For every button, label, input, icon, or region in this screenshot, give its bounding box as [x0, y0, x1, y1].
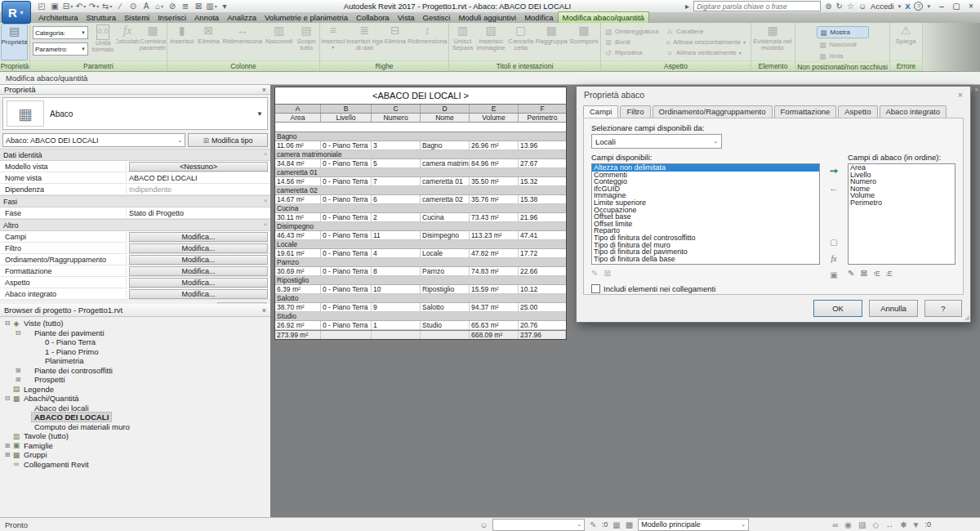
cell-perimetro[interactable]: 25.00 [519, 303, 566, 311]
ribbon-tab[interactable]: Architettura [34, 12, 82, 23]
cell-livello[interactable]: 0 - Piano Terra [321, 249, 372, 257]
ribbon-tab[interactable]: Collabora [352, 12, 394, 23]
tree-item-label[interactable]: Collegamenti Revit [21, 460, 91, 469]
dialog-tab[interactable]: Aspetto [838, 105, 877, 118]
tree-item[interactable]: ▤ Legende [0, 385, 270, 395]
instance-selector[interactable]: Abaco: ABACO DEI LOCALI ⌄ [2, 133, 185, 147]
explain-error-button[interactable]: ⚠Spiega [891, 24, 920, 60]
cell-volume[interactable]: 35.76 m² [470, 195, 519, 203]
align-horizontal-button[interactable]: ≡Allinea orizzontalmente▾ [663, 37, 748, 47]
cell-volume[interactable]: 84.96 m² [470, 159, 519, 167]
ribbon-tab[interactable]: Vista [394, 12, 419, 23]
tree-item-label[interactable]: Famiglie [21, 441, 56, 450]
measure-icon[interactable]: ⇆▾ [101, 1, 113, 11]
property-value[interactable]: Modifica... [129, 278, 268, 288]
select-underlay-icon[interactable]: ▨ [858, 520, 866, 529]
show-button[interactable]: ▦Mostra [817, 26, 869, 38]
tree-item-label[interactable]: Abachi/Quantità [21, 394, 82, 403]
cell-numero[interactable]: 1 [372, 321, 421, 329]
tree-item[interactable]: ⊟ ▦ Abachi/Quantità [0, 394, 270, 404]
tree-item[interactable]: Abaco dei locali [0, 404, 270, 413]
property-value[interactable]: Modifica... [129, 289, 268, 299]
tree-item-label[interactable]: Prospetti [32, 375, 68, 384]
isolate-button[interactable]: ▦Isola [817, 51, 869, 61]
tree-expander-icon[interactable]: ⊟ [14, 329, 22, 337]
dialog-tab[interactable]: Filtro [620, 105, 650, 118]
tree-item[interactable]: Planimetria [0, 356, 270, 366]
cell-area[interactable]: 19.61 m² [275, 249, 321, 257]
scheduled-fields-list[interactable]: AreaLivelloNumeroNomeVolumePerimetro [848, 163, 956, 265]
tree-item[interactable]: ⊞ Piante dei controsoffitti [0, 366, 270, 376]
tree-item[interactable]: ⊟ ◈ Viste (tutto) [0, 319, 270, 328]
schedule-group-row[interactable]: Parnzo [275, 258, 566, 267]
unhide-all-button[interactable]: ▤Scopri tutto [294, 24, 318, 60]
cell-perimetro[interactable]: 47.41 [519, 231, 566, 239]
ribbon-tab[interactable]: Sistemi [120, 12, 154, 23]
cell-volume[interactable]: 35.50 m² [470, 177, 519, 185]
move-up-icon[interactable]: ↑E [873, 270, 880, 278]
property-group-header[interactable]: Altro^ [0, 219, 270, 231]
column-letter[interactable]: E [470, 105, 519, 113]
tree-item-label[interactable]: Legende [21, 385, 56, 394]
cell-numero[interactable]: 10 [372, 285, 421, 293]
cell-nome[interactable]: Salotto [421, 303, 470, 311]
delete-column-button[interactable]: ⊠Elimina [197, 24, 221, 60]
cell-perimetro[interactable]: 15.32 [519, 177, 566, 185]
drag-on-selection-icon[interactable]: ↔ [885, 520, 893, 529]
cell-livello[interactable]: 0 - Piano Terra [321, 177, 372, 185]
ribbon-tab[interactable]: Gestisci [419, 12, 455, 23]
communication-center-icon[interactable]: ↻ [836, 2, 843, 11]
aligned-dimension-icon[interactable]: ∕▾ [114, 1, 126, 11]
search-icon[interactable]: ⊚ [825, 2, 831, 11]
properties-button[interactable]: ▤Proprietà [1, 24, 28, 60]
remove-field-icon[interactable]: ← [829, 183, 839, 193]
cell-area[interactable]: 11.06 m² [275, 141, 321, 149]
cell-nome[interactable]: Disimpegno [421, 231, 470, 239]
categoria-select[interactable]: Categoria:▼ [33, 26, 88, 39]
available-fields-list[interactable]: Altezza non delimitataCommentiConteggioI… [591, 163, 820, 265]
calculated-value-icon[interactable]: fx [831, 254, 836, 263]
cell-volume[interactable]: 94.37 m² [470, 303, 519, 311]
cell-perimetro[interactable]: 20.76 [519, 321, 566, 329]
switch-windows-icon[interactable]: ▥▾ [206, 1, 217, 11]
redo-icon[interactable]: ↷▾ [88, 1, 100, 11]
column-header[interactable]: Volume [470, 114, 519, 122]
close-icon[interactable]: × [262, 306, 266, 315]
cell-numero[interactable]: 5 [372, 159, 421, 167]
cell-nome[interactable]: cameretta 02 [421, 195, 470, 203]
type-selector[interactable]: ▦ Abaco ▼ [2, 97, 268, 130]
schedule-group-row[interactable]: cameretta 02 [275, 186, 566, 195]
dialog-tab[interactable]: Abaco integrato [880, 105, 947, 118]
property-value[interactable]: ABACO DEI LOCALI [127, 174, 270, 182]
dialog-help-button[interactable]: ? [924, 300, 962, 317]
cell-nome[interactable]: Studio [421, 321, 470, 329]
reveal-constraints-icon[interactable]: ▩ [626, 520, 633, 529]
property-value[interactable]: Stato di Progetto [127, 209, 270, 217]
tree-item-label[interactable]: ABACO DEI LOCALI [32, 413, 111, 422]
property-value[interactable]: Modifica... [129, 266, 268, 276]
available-field-item[interactable]: Tipo di finitura della base [592, 256, 819, 263]
select-pinned-icon[interactable]: ◉ [844, 520, 852, 529]
ribbon-tab[interactable]: Struttura [82, 12, 120, 23]
tree-item[interactable]: ▥ Tavole (tutto) [0, 431, 270, 441]
tree-expander-icon[interactable]: ⊞ [3, 451, 11, 458]
hide-button[interactable]: ▦Nascondi [817, 39, 869, 50]
cell-area[interactable]: 26.92 m² [275, 321, 321, 329]
tree-expander-icon[interactable]: ⊞ [14, 367, 22, 374]
property-group-header[interactable]: Dati identità^ [0, 149, 270, 161]
cell-numero[interactable]: 8 [372, 267, 421, 275]
property-value[interactable]: Indipendente [127, 185, 270, 194]
tree-item[interactable]: ⊟ Piante dei pavimenti [0, 328, 270, 338]
design-options-select[interactable]: Modello principale⌄ [638, 519, 749, 531]
hide-column-button[interactable]: ▥Nascondi [265, 24, 294, 60]
cell-volume[interactable]: 15.59 m² [470, 285, 519, 293]
cell-volume[interactable]: 65.63 m² [470, 321, 519, 329]
tree-item[interactable]: Computo dei materiali muro [0, 422, 270, 432]
select-by-face-icon[interactable]: ◇ [872, 520, 879, 529]
insert-column-button[interactable]: ▮Inserisci [168, 24, 196, 60]
cell-volume[interactable]: 47.82 m² [470, 249, 519, 257]
save-icon[interactable]: ▣▾ [49, 1, 60, 11]
print-icon[interactable]: ⊟▾ [62, 1, 74, 11]
favorites-icon[interactable]: ☆ [847, 2, 854, 11]
tree-expander-icon[interactable]: ⊞ [3, 442, 11, 449]
